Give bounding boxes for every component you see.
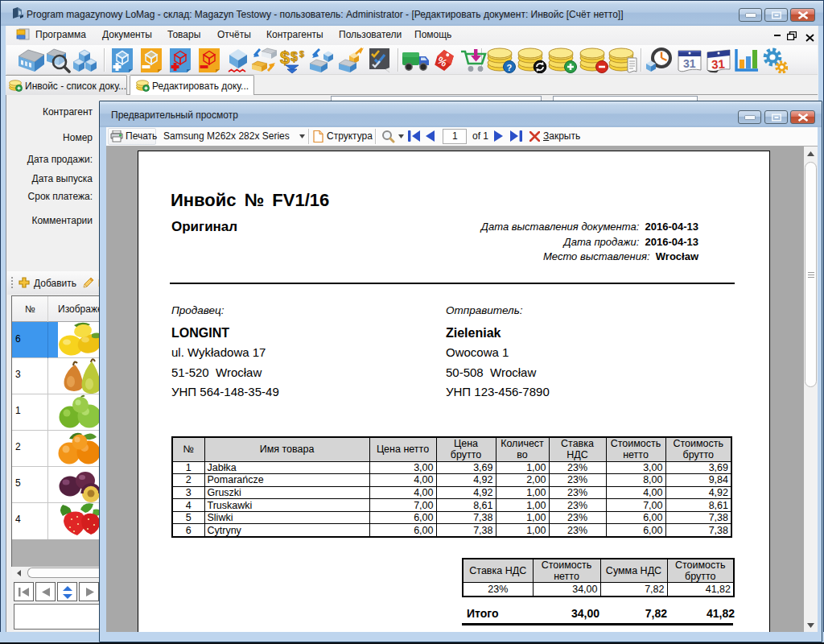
svg-text:$: $: [290, 50, 298, 64]
svg-text:31: 31: [683, 57, 696, 70]
svg-text:31: 31: [711, 56, 725, 71]
svg-text:$: $: [299, 49, 304, 59]
svg-text:?: ?: [507, 63, 513, 72]
svg-text:$: $: [280, 47, 290, 68]
